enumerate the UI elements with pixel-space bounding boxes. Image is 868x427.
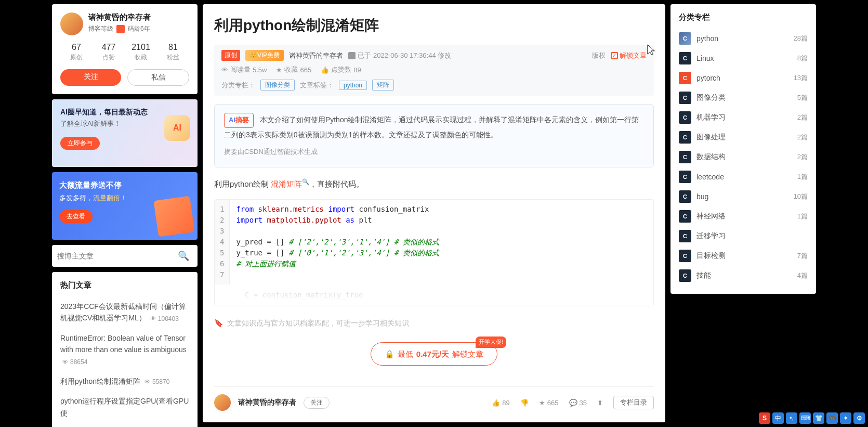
unlock-article-link[interactable]: ✓解锁文章 bbox=[611, 51, 647, 60]
hot-article-item[interactable]: 利用python绘制混淆矩阵 👁55870 bbox=[60, 371, 189, 391]
category-item[interactable]: C机器学习2篇 bbox=[679, 108, 808, 127]
thumb-icon: 👍 bbox=[321, 66, 329, 74]
abstract-tag: AI摘要 bbox=[224, 113, 254, 128]
bottom-fav[interactable]: ★665 bbox=[539, 399, 559, 407]
unlock-button[interactable]: 🔒 最低0.47元/天 解锁文章 开学大促! bbox=[371, 342, 497, 366]
toc-button[interactable]: 专栏目录 bbox=[613, 396, 654, 409]
category-item[interactable]: C技能4篇 bbox=[679, 266, 808, 286]
promo-traffic-card[interactable]: 大额流量券送不停 多发多得，流量翻倍！ 去查看 bbox=[52, 172, 198, 240]
category-icon: C bbox=[679, 250, 691, 262]
ime-skin-icon[interactable]: 👕 bbox=[813, 412, 824, 424]
stat-original[interactable]: 67原创 bbox=[60, 43, 93, 62]
level-badge-icon bbox=[116, 25, 125, 33]
hot-article-item[interactable]: python运行程序设置指定GPU(查看GPU使 bbox=[60, 391, 189, 423]
search-card: 🔍 bbox=[52, 245, 198, 267]
comment-icon: 💬 bbox=[569, 399, 577, 407]
category-item[interactable]: C数据结构2篇 bbox=[679, 147, 808, 167]
fav-stat[interactable]: ★收藏 665 bbox=[276, 65, 311, 74]
search-icon[interactable]: 🔍 bbox=[175, 250, 192, 262]
category-item[interactable]: CLinux8篇 bbox=[679, 48, 808, 68]
hot-article-item[interactable]: RuntimeError: Boolean value of Tensor wi… bbox=[60, 328, 189, 371]
bottom-dislike[interactable]: 👎 bbox=[520, 399, 529, 407]
bottom-avatar[interactable] bbox=[214, 394, 231, 411]
abstract-note: 摘要由CSDN通过智能技术生成 bbox=[224, 146, 644, 159]
bottom-author[interactable]: 诸神黄昏的幸存者 bbox=[238, 398, 296, 407]
category-item[interactable]: C目标检测7篇 bbox=[679, 246, 808, 266]
follow-button[interactable]: 关注 bbox=[60, 69, 121, 86]
category-item[interactable]: C图像处理2篇 bbox=[679, 127, 808, 147]
stat-fans[interactable]: 81粉丝 bbox=[157, 43, 189, 62]
category-item[interactable]: C迁移学习 bbox=[679, 226, 808, 246]
ai-icon: AI bbox=[164, 115, 190, 141]
promo1-button[interactable]: 立即参与 bbox=[60, 137, 100, 150]
checkbox-icon: ✓ bbox=[611, 52, 618, 59]
category-icon: C bbox=[679, 32, 691, 45]
article-card: 利用python绘制混淆矩阵 原创 👑VIP免费 诸神黄昏的幸存者 已于 202… bbox=[203, 4, 665, 422]
promo-badge: 开学大促! bbox=[476, 337, 506, 348]
category-icon: C bbox=[679, 92, 691, 104]
ime-keyboard-icon[interactable]: ⌨ bbox=[799, 412, 811, 424]
promo-ai-card[interactable]: AI圈早知道，每日最新动态 了解全球AI新鲜事！ 立即参与 AI bbox=[52, 99, 198, 167]
lock-icon: 🔒 bbox=[385, 347, 394, 361]
category-icon: C bbox=[679, 111, 691, 124]
category-item[interactable]: Cbug10篇 bbox=[679, 187, 808, 206]
bottom-share[interactable]: ⬆ bbox=[597, 399, 603, 407]
ime-lang-button[interactable]: 中 bbox=[772, 412, 784, 424]
column-tag[interactable]: 图像分类 bbox=[260, 80, 295, 90]
ime-punct-button[interactable]: •, bbox=[786, 412, 797, 424]
thumb-down-icon: 👎 bbox=[520, 399, 529, 407]
category-item[interactable]: C神经网络1篇 bbox=[679, 206, 808, 226]
category-item[interactable]: Cpytorch13篇 bbox=[679, 68, 808, 88]
ime-game-icon[interactable]: 🎮 bbox=[826, 412, 838, 424]
author-level-label: 博客等级 bbox=[88, 24, 113, 33]
bottom-follow-button[interactable]: 关注 bbox=[304, 397, 330, 409]
category-icon: C bbox=[679, 151, 691, 163]
category-item[interactable]: Cleetcode1篇 bbox=[679, 167, 808, 187]
promo2-deco-icon bbox=[153, 196, 194, 237]
star-icon: ★ bbox=[539, 399, 545, 407]
code-block: 1234567 from sklearn.metrics import conf… bbox=[214, 199, 654, 306]
category-item[interactable]: Cpython28篇 bbox=[679, 29, 808, 48]
ime-tool-icon[interactable]: ✦ bbox=[840, 412, 851, 424]
message-button[interactable]: 私信 bbox=[127, 69, 189, 86]
bottom-like[interactable]: 👍89 bbox=[492, 399, 509, 407]
vip-tag: 👑VIP免费 bbox=[245, 50, 284, 61]
column-label: 分类专栏： bbox=[221, 81, 255, 90]
share-icon: ⬆ bbox=[597, 399, 603, 407]
star-icon: ★ bbox=[276, 66, 282, 74]
stat-likes[interactable]: 477点赞 bbox=[93, 43, 125, 62]
author-avatar[interactable] bbox=[60, 12, 83, 35]
author-card: 诸神黄昏的幸存者 博客等级 码龄6年 67原创 477点赞 2101收藏 81粉… bbox=[52, 4, 198, 94]
categories-title: 分类专栏 bbox=[679, 12, 808, 22]
ime-logo-icon[interactable]: S bbox=[759, 412, 770, 424]
code-content[interactable]: from sklearn.metrics import confusion_ma… bbox=[230, 200, 445, 284]
tags-label: 文章标签： bbox=[300, 81, 334, 90]
knowledge-hint: 🔖 文章知识点与官方知识档案匹配，可进一步学习相关知识 bbox=[214, 317, 654, 330]
thumb-up-icon: 👍 bbox=[492, 399, 500, 407]
code-faded-line: C = confusion_matrix(y_true bbox=[215, 284, 653, 306]
abstract-box: AI摘要 本文介绍了如何使用Python绘制混淆矩阵，通过代码展示实现过程，并解… bbox=[214, 104, 654, 167]
category-icon: C bbox=[679, 52, 691, 64]
tag-python[interactable]: python bbox=[339, 81, 367, 90]
promo2-button[interactable]: 去查看 bbox=[59, 210, 93, 223]
author-stats: 67原创 477点赞 2101收藏 81粉丝 bbox=[60, 43, 189, 62]
hot-article-item[interactable]: 2023年CCF会议最新截稿时间（偏计算机视觉CV和机器学习ML） 👁10040… bbox=[60, 296, 189, 328]
category-item[interactable]: C图像分类5篇 bbox=[679, 88, 808, 108]
tag-matrix[interactable]: 矩阵 bbox=[372, 80, 394, 90]
reads-stat: 👁阅读量5.5w bbox=[221, 65, 267, 74]
category-icon: C bbox=[679, 269, 691, 282]
category-icon: C bbox=[679, 131, 691, 144]
search-input[interactable] bbox=[57, 252, 175, 260]
hot-title: 热门文章 bbox=[60, 280, 189, 290]
confusion-matrix-link[interactable]: 混淆矩阵🔍 bbox=[271, 179, 309, 188]
stat-favs[interactable]: 2101收藏 bbox=[125, 43, 157, 62]
bottom-comment[interactable]: 💬35 bbox=[569, 399, 587, 407]
meta-author[interactable]: 诸神黄昏的幸存者 bbox=[289, 51, 343, 60]
author-name[interactable]: 诸神黄昏的幸存者 bbox=[88, 12, 151, 22]
cursor-icon bbox=[647, 44, 656, 56]
like-stat[interactable]: 👍点赞数 89 bbox=[321, 65, 361, 74]
category-icon: C bbox=[679, 190, 691, 203]
copyright-link[interactable]: 版权 bbox=[592, 51, 606, 60]
bottom-bar: 诸神黄昏的幸存者 关注 👍89 👎 ★665 💬35 ⬆ 专栏目录 bbox=[214, 386, 654, 411]
ime-settings-icon[interactable]: ⚙ bbox=[853, 412, 865, 424]
